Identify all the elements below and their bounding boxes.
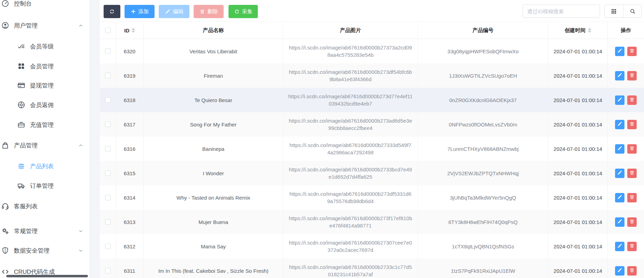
edit-button[interactable]: 编辑	[159, 5, 189, 18]
row-edit-button[interactable]	[615, 169, 624, 178]
sort-icon	[132, 28, 135, 33]
collect-button[interactable]: 采集	[229, 5, 258, 18]
header-label: 操作	[621, 27, 631, 34]
table-row[interactable]: 6312Mama Sayhttps://i.scdn.co/image/ab67…	[100, 234, 644, 258]
row-checkbox[interactable]	[105, 219, 111, 225]
sidebar-item-member-level[interactable]: 会员等级	[0, 39, 89, 53]
row-checkbox[interactable]	[105, 122, 111, 127]
sidebar-item-order-management[interactable]: 订单管理	[0, 179, 89, 193]
sidebar-item-console[interactable]: 控制台	[0, 0, 89, 10]
sidebar-item-crud-generator[interactable]: CRUD代码生成	[0, 265, 89, 278]
row-checkbox[interactable]	[105, 48, 111, 54]
table-row[interactable]: 6315I Wonderhttps://i.scdn.co/image/ab67…	[100, 161, 644, 185]
cell-id: 6315	[116, 161, 144, 185]
search-button[interactable]	[623, 5, 642, 17]
sidebar-item-member-management[interactable]: 会员管理	[0, 59, 89, 73]
sort-icon	[588, 28, 591, 33]
row-edit-button[interactable]	[615, 144, 624, 154]
row-checkbox[interactable]	[105, 97, 111, 103]
table-row[interactable]: 6316Baninepahttps://i.scdn.co/image/ab67…	[100, 137, 644, 161]
cell-actions	[608, 161, 644, 185]
row-checkbox[interactable]	[105, 268, 111, 273]
pencil-icon	[617, 268, 622, 274]
cell-select	[100, 112, 116, 137]
row-delete-button[interactable]	[627, 71, 637, 80]
cell-product-image-url: https://i.scdn.co/image/ab67616d0000b273…	[283, 215, 418, 229]
row-edit-button[interactable]	[615, 120, 624, 129]
search-input[interactable]	[523, 5, 600, 18]
row-edit-button[interactable]	[615, 71, 624, 80]
row-edit-button[interactable]	[615, 95, 624, 105]
delete-button[interactable]: 删除	[194, 5, 224, 18]
sidebar-item-label: 客服列表	[14, 202, 38, 210]
row-checkbox[interactable]	[105, 73, 111, 78]
add-button[interactable]: 添加	[125, 5, 155, 18]
pencil-icon	[617, 194, 622, 201]
row-delete-button[interactable]	[627, 47, 637, 56]
sidebar-item-customer-service-list[interactable]: 客服列表	[0, 199, 89, 213]
cell-id: 6320	[116, 39, 144, 63]
sidebar: 控制台用户管理会员等级会员管理提现管理会员返佣充值管理产品管理产品列表订单管理客…	[0, 0, 89, 278]
row-delete-button[interactable]	[627, 144, 637, 154]
pencil-icon	[617, 170, 622, 176]
cell-actions	[608, 39, 644, 63]
table-row[interactable]: 6319Firemanhttps://i.scdn.co/image/ab676…	[100, 63, 644, 88]
table-row[interactable]: 6318Te Quiero Besarhttps://i.scdn.co/ima…	[100, 88, 644, 112]
header-cell-image: 产品图片	[283, 22, 418, 39]
cell-created-time: 2024-07-01 01:00:14	[548, 258, 608, 278]
row-delete-button[interactable]	[627, 266, 637, 276]
cell-select	[100, 39, 116, 63]
row-checkbox[interactable]	[105, 244, 111, 249]
row-delete-button[interactable]	[627, 120, 637, 129]
header-cell-created[interactable]: 创建时间	[548, 22, 608, 39]
row-edit-button[interactable]	[615, 217, 624, 227]
trash-icon	[629, 268, 635, 274]
row-checkbox[interactable]	[105, 146, 111, 152]
row-edit-button[interactable]	[615, 266, 624, 276]
table-row[interactable]: 6314Why - Tasted on Animals Remixhttps:/…	[100, 185, 644, 210]
header-label: ID	[124, 28, 129, 33]
row-delete-button[interactable]	[627, 95, 637, 105]
checklist-icon	[17, 42, 26, 51]
sidebar-item-user-management[interactable]: 用户管理	[0, 18, 89, 32]
sidebar-item-withdrawal-management[interactable]: 提现管理	[0, 78, 89, 92]
sidebar-item-label: 产品列表	[30, 162, 54, 170]
row-checkbox[interactable]	[105, 170, 111, 176]
header-cell-name: 产品名称	[144, 22, 283, 39]
cell-product-code: 3jUhBqTa3MlkdWYer5nQgQ	[418, 185, 548, 210]
sidebar-item-general-management[interactable]: 常规管理	[0, 224, 89, 238]
cell-product-image-url: https://i.scdn.co/image/ab67616d0000b273…	[283, 239, 418, 254]
sidebar-content-gutter	[89, 0, 100, 278]
cell-created-time: 2024-07-01 01:00:14	[548, 185, 608, 210]
sidebar-item-member-commission[interactable]: 会员返佣	[0, 98, 89, 112]
table-row[interactable]: 6311Im In This (feat. Cakeboi Sav , Sizz…	[100, 258, 644, 278]
row-edit-button[interactable]	[615, 242, 624, 251]
table-row[interactable]: 6320Veritas Vos Liberabithttps://i.scdn.…	[100, 39, 644, 63]
cell-product-image-url: https://i.scdn.co/image/ab67616d0000b273…	[283, 68, 418, 83]
cell-id: 6318	[116, 88, 144, 112]
row-delete-button[interactable]	[627, 193, 637, 202]
gears-icon	[1, 226, 10, 235]
cell-product-image-url: https://i.scdn.co/image/ab67616d0000b273…	[283, 166, 418, 180]
row-edit-button[interactable]	[615, 193, 624, 202]
cell-id: 6311	[116, 258, 144, 278]
sidebar-item-recharge-management[interactable]: 充值管理	[0, 118, 89, 132]
sidebar-item-data-security-management[interactable]: 数据安全管理	[0, 244, 89, 257]
sidebar-item-product-list[interactable]: 产品列表	[0, 159, 89, 173]
refresh-button[interactable]	[104, 5, 120, 18]
grid-view-button[interactable]	[605, 5, 623, 17]
table-row[interactable]: 6313Mujer Buenahttps://i.scdn.co/image/a…	[100, 210, 644, 234]
row-delete-button[interactable]	[627, 169, 637, 178]
row-delete-button[interactable]	[627, 217, 637, 227]
trash-icon	[200, 9, 205, 14]
table-row[interactable]: 6317Song For My Fatherhttps://i.scdn.co/…	[100, 112, 644, 137]
row-delete-button[interactable]	[627, 242, 637, 251]
cell-product-code: 1cTXtlqtLjvQBN1QsfNSGs	[418, 234, 548, 258]
row-checkbox[interactable]	[105, 195, 111, 200]
cell-created-time: 2024-07-01 01:00:14	[548, 88, 608, 112]
sidebar-item-product-management[interactable]: 产品管理	[0, 138, 89, 152]
cell-product-name: Fireman	[144, 63, 283, 88]
header-cell-id[interactable]: ID	[116, 22, 144, 39]
row-edit-button[interactable]	[615, 47, 624, 56]
select-all-checkbox[interactable]	[105, 28, 111, 33]
